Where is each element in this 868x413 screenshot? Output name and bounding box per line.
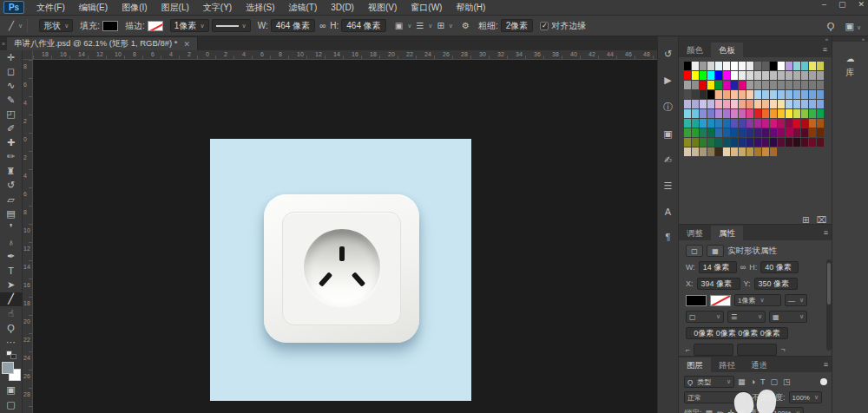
swatch[interactable] (793, 62, 800, 70)
foreground-background-swatches[interactable] (2, 362, 21, 381)
stroke-align-dropdown[interactable]: ▢ ∨ (686, 311, 724, 323)
swatch[interactable] (754, 138, 761, 147)
quick-mask-icon[interactable]: ▣ (0, 384, 23, 396)
swatch[interactable] (707, 148, 714, 156)
swatch[interactable] (801, 119, 808, 128)
swatch[interactable] (793, 81, 800, 89)
swatch[interactable] (817, 128, 824, 137)
swatch[interactable] (723, 90, 730, 99)
menu-item-type[interactable]: 文字(Y) (196, 0, 239, 16)
swatch[interactable] (778, 71, 785, 80)
swatch[interactable] (684, 128, 691, 137)
rectangular-marquee-tool[interactable]: ◻ (0, 64, 23, 78)
swatch[interactable] (731, 109, 738, 118)
swatch[interactable] (809, 128, 816, 137)
swatch[interactable] (754, 81, 761, 89)
swatch[interactable] (684, 119, 691, 128)
swatch[interactable] (715, 71, 722, 80)
swatch[interactable] (700, 148, 707, 156)
eraser-tool[interactable]: ▱ (0, 193, 23, 206)
search-icon[interactable]: Ϙ (827, 21, 835, 31)
swatch[interactable] (746, 138, 753, 147)
swatch[interactable] (786, 71, 792, 80)
swatch[interactable] (692, 62, 699, 70)
swatch[interactable] (692, 81, 699, 89)
swatch[interactable] (684, 62, 691, 70)
lock-position-icon[interactable]: ✛ (728, 409, 735, 413)
swatch[interactable] (754, 128, 761, 137)
path-arrangement-icon[interactable]: ⊞ (435, 21, 445, 30)
swatch[interactable] (731, 100, 738, 108)
lock-transparent-icon[interactable]: ▦ (706, 409, 713, 413)
swatch[interactable] (723, 71, 730, 80)
ruler-origin-corner[interactable] (23, 50, 33, 60)
swatch[interactable] (692, 109, 699, 118)
swatch[interactable] (723, 128, 730, 137)
swatch[interactable] (731, 81, 738, 89)
swatch[interactable] (770, 119, 777, 128)
blur-tool[interactable]: ❜ (0, 221, 23, 235)
swatch[interactable] (746, 90, 753, 99)
actions-panel-icon[interactable]: ▶ (658, 75, 679, 86)
swatch[interactable] (707, 128, 714, 137)
swatch[interactable] (754, 71, 761, 80)
spot-healing-brush-tool[interactable]: ✚ (0, 135, 23, 149)
tool-preset-chevron-icon[interactable]: ∨ (18, 23, 23, 30)
swatch[interactable] (801, 81, 808, 89)
swatch[interactable] (770, 138, 777, 147)
swatch[interactable] (692, 148, 699, 156)
swatch[interactable] (801, 138, 808, 147)
swatch[interactable] (731, 62, 738, 70)
swatch[interactable] (723, 62, 730, 70)
menu-item-layer[interactable]: 图层(L) (155, 0, 196, 16)
foreground-color-swatch[interactable] (2, 362, 14, 374)
swatch[interactable] (778, 138, 785, 147)
edit-toolbar-icon[interactable]: ⋯ (0, 335, 23, 349)
gear-icon[interactable]: ⚙ (460, 21, 471, 30)
swatch[interactable] (692, 138, 699, 147)
swatch[interactable] (707, 109, 714, 118)
swatch[interactable] (817, 100, 824, 108)
swatch[interactable] (793, 109, 800, 118)
swatch[interactable] (739, 148, 746, 156)
swatch[interactable] (770, 100, 777, 108)
maximize-button[interactable]: ▢ (838, 0, 846, 9)
lasso-tool[interactable]: ∿ (0, 79, 23, 93)
path-selection-tool[interactable]: ➤ (0, 278, 23, 292)
swatch[interactable] (778, 81, 785, 89)
default-colors-icon[interactable] (6, 351, 16, 359)
swatch[interactable] (786, 109, 792, 118)
libraries-tab[interactable]: ☁ 库 (832, 54, 868, 79)
swatch[interactable] (739, 81, 746, 89)
swatch[interactable] (817, 81, 824, 89)
tab-swatches[interactable]: 色板 (711, 43, 743, 57)
swatch[interactable] (770, 90, 777, 99)
swatch[interactable] (684, 138, 691, 147)
swatch[interactable] (715, 100, 722, 108)
clone-stamp-tool[interactable]: ♜ (0, 164, 23, 178)
prop-stroke-swatch[interactable] (710, 295, 731, 306)
swatch[interactable] (700, 81, 707, 89)
panel-menu-icon[interactable]: ≡ (824, 360, 828, 369)
swatch[interactable] (778, 90, 785, 99)
crop-tool[interactable]: ◰ (0, 108, 23, 121)
stroke-caps-dropdown[interactable]: ☰ ∨ (727, 311, 766, 323)
swatch[interactable] (801, 109, 808, 118)
swatch[interactable] (746, 109, 753, 118)
lock-pixels-icon[interactable]: ✏ (717, 409, 724, 413)
swatch[interactable] (809, 71, 816, 80)
swatch[interactable] (715, 148, 722, 156)
swatch[interactable] (778, 128, 785, 137)
menu-item-edit[interactable]: 编辑(E) (72, 0, 115, 16)
swatch[interactable] (762, 100, 769, 108)
swatch[interactable] (770, 81, 777, 89)
swatch[interactable] (707, 71, 714, 80)
swatch[interactable] (778, 109, 785, 118)
prop-height-field[interactable]: 40 像素 (760, 261, 799, 273)
swatch[interactable] (723, 81, 730, 89)
menu-item-3d[interactable]: 3D(D) (324, 0, 361, 16)
menu-item-window[interactable]: 窗口(W) (404, 0, 449, 16)
active-tool-icon[interactable]: ╱ (7, 21, 16, 30)
character-panel-icon[interactable]: A (658, 206, 679, 217)
collapse-libraries-icon[interactable]: » (832, 36, 868, 42)
